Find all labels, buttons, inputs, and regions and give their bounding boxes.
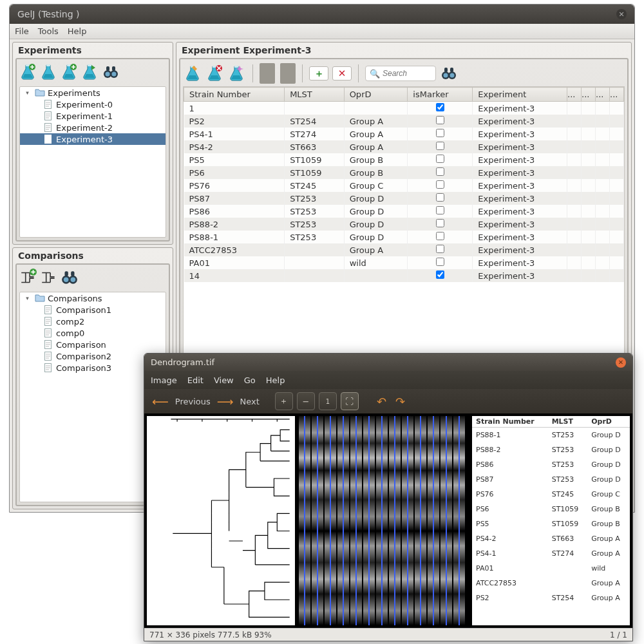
menu-file[interactable]: File <box>15 26 29 36</box>
flask-export-icon[interactable] <box>81 63 99 81</box>
slide-add-icon[interactable]: ＋ <box>309 66 328 80</box>
close-icon[interactable]: ✕ <box>616 357 626 368</box>
experiment-item[interactable]: Experiment-0 <box>20 99 166 110</box>
next-button[interactable]: Next <box>240 397 260 406</box>
experiments-panel-title: Experiments <box>13 43 173 57</box>
table-row[interactable]: PS6ST1059Group BExperiment-3 <box>184 166 624 179</box>
menu-tools[interactable]: Tools <box>38 26 59 36</box>
column-header[interactable]: MLST <box>285 88 345 102</box>
menu-image[interactable]: Image <box>151 375 177 385</box>
binoculars-icon[interactable] <box>440 64 458 82</box>
table-row[interactable]: PS2ST254Group AExperiment-3 <box>184 115 624 128</box>
gray-tool-2[interactable] <box>280 63 296 84</box>
flask-delete-icon[interactable] <box>206 64 224 82</box>
table-row[interactable]: 14Experiment-3 <box>184 269 624 282</box>
gray-tool-1[interactable] <box>260 63 275 84</box>
table-row[interactable]: PS88-2ST253Group DExperiment-3 <box>184 218 624 231</box>
strain-table[interactable]: Strain NumberMLSTOprDisMarkerExperiment.… <box>184 87 624 282</box>
extra-col[interactable]: ... <box>582 88 596 102</box>
zoom-100-button[interactable]: 1 <box>319 392 337 410</box>
table-row[interactable]: PA01wildExperiment-3 <box>184 256 624 269</box>
experiment-item[interactable]: Experiment-1 <box>20 110 166 122</box>
menu-view[interactable]: View <box>214 375 234 385</box>
gelj-titlebar[interactable]: GelJ (Testing ) ✕ <box>10 5 634 24</box>
cell-marker[interactable] <box>408 269 473 282</box>
column-header[interactable]: Strain Number <box>184 88 285 102</box>
column-header[interactable]: OprD <box>344 88 408 102</box>
extra-col[interactable]: ... <box>567 88 582 102</box>
cell-marker[interactable] <box>408 218 473 231</box>
dendrogram-add-icon[interactable] <box>19 269 37 287</box>
column-header[interactable]: Experiment <box>473 88 567 102</box>
table-row[interactable]: PS86ST253Group DExperiment-3 <box>184 205 624 218</box>
zoom-in-button[interactable]: ＋ <box>275 392 293 410</box>
rotate-left-icon[interactable]: ↶ <box>374 395 389 408</box>
zoom-out-button[interactable]: − <box>297 392 315 410</box>
status-left: 771 × 336 pixels 777.5 kB 93% <box>149 630 272 639</box>
slide-delete-icon[interactable]: ✕ <box>332 66 352 80</box>
menu-help[interactable]: Help <box>68 26 87 36</box>
image-viewer-titlebar[interactable]: Dendrogram.tif ✕ <box>144 354 632 371</box>
flask-add-icon[interactable] <box>19 63 37 81</box>
cell-marker[interactable] <box>408 256 473 269</box>
cell-marker[interactable] <box>408 115 473 128</box>
fit-window-button[interactable]: ⛶ <box>341 392 359 410</box>
tree-label: Comparison2 <box>56 352 111 361</box>
search-input[interactable]: 🔍 <box>365 66 436 81</box>
comparison-item[interactable]: comp0 <box>20 327 166 339</box>
comparison-item[interactable]: Comparison <box>20 339 166 350</box>
dendrogram-table: Strain NumberMLSTOprDPS88-1ST253Group DP… <box>472 416 630 625</box>
svg-point-9 <box>112 72 117 77</box>
cell-oprd <box>344 269 408 282</box>
cell-marker[interactable] <box>408 102 473 115</box>
table-row[interactable]: PS4-1ST274Group AExperiment-3 <box>184 128 624 140</box>
rotate-right-icon[interactable]: ↷ <box>393 395 408 408</box>
menu-help[interactable]: Help <box>266 375 285 385</box>
cell-marker[interactable] <box>408 231 473 243</box>
comparisons-root[interactable]: ▾Comparisons <box>20 292 166 304</box>
experiment-item[interactable]: Experiment-2 <box>20 122 166 133</box>
flask-edit-icon[interactable] <box>61 63 79 81</box>
close-icon[interactable]: ✕ <box>616 9 627 19</box>
cell-marker[interactable] <box>408 179 473 192</box>
next-arrow-icon[interactable]: ⟶ <box>214 395 236 408</box>
experiments-tree[interactable]: ▾ExperimentsExperiment-0Experiment-1Expe… <box>19 86 166 238</box>
column-header[interactable]: isMarker <box>408 88 473 102</box>
table-row[interactable]: PS5ST1059Group BExperiment-3 <box>184 153 624 166</box>
menu-edit[interactable]: Edit <box>187 375 204 385</box>
table-row[interactable]: PS87ST253Group DExperiment-3 <box>184 192 624 205</box>
extra-col[interactable]: ... <box>596 88 610 102</box>
image-viewer-window[interactable]: Dendrogram.tif ✕ Image Edit View Go Help… <box>144 353 633 641</box>
comparison-item[interactable]: Comparison1 <box>20 304 166 316</box>
cell-marker[interactable] <box>408 166 473 179</box>
table-row[interactable]: PS88-1ST253Group DExperiment-3 <box>184 231 624 243</box>
experiments-root[interactable]: ▾Experiments <box>20 87 166 99</box>
binoculars-icon[interactable] <box>102 63 120 81</box>
table-row: PS2ST254Group A <box>472 591 630 605</box>
table-row[interactable]: 1Experiment-3 <box>184 102 624 115</box>
flask-new-icon[interactable] <box>228 64 246 82</box>
binoculars-icon[interactable] <box>61 269 79 287</box>
extra-col[interactable]: ... <box>610 88 624 102</box>
cell-strain: PS88-1 <box>184 231 285 243</box>
flask-pencil-icon[interactable] <box>184 64 202 82</box>
cell-oprd: Group D <box>344 231 408 243</box>
cell-marker[interactable] <box>408 153 473 166</box>
cell-marker[interactable] <box>408 192 473 205</box>
experiment-item[interactable]: Experiment-3 <box>20 133 166 145</box>
table-row[interactable]: ATCC27853Group AExperiment-3 <box>184 243 624 256</box>
cell-marker[interactable] <box>408 140 473 153</box>
prev-button[interactable]: Previous <box>175 397 211 406</box>
flask-icon[interactable] <box>40 63 58 81</box>
cell-marker[interactable] <box>408 128 473 140</box>
cell-marker[interactable] <box>408 243 473 256</box>
comparison-item[interactable]: comp2 <box>20 316 166 327</box>
prev-arrow-icon[interactable]: ⟵ <box>149 395 171 408</box>
tree-label: Experiments <box>48 88 100 98</box>
dendrogram-icon[interactable] <box>40 269 58 287</box>
table-row[interactable]: PS76ST245Group CExperiment-3 <box>184 179 624 192</box>
cell-marker[interactable] <box>408 205 473 218</box>
menu-go[interactable]: Go <box>244 375 256 385</box>
svg-rect-11 <box>112 66 115 71</box>
table-row[interactable]: PS4-2ST663Group AExperiment-3 <box>184 140 624 153</box>
